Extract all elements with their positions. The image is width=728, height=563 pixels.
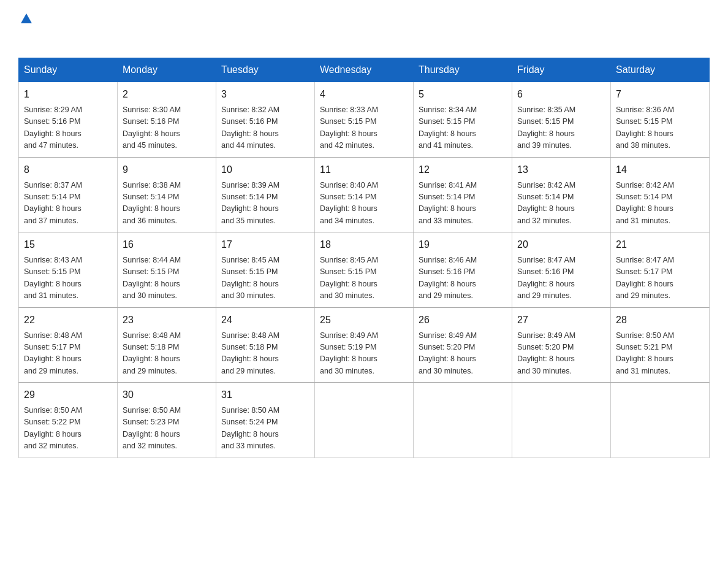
header-tuesday: Tuesday (216, 58, 315, 82)
day-number: 21 (616, 237, 704, 252)
day-number: 20 (517, 237, 605, 252)
day-number: 14 (616, 163, 704, 177)
header-sunday: Sunday (19, 58, 118, 82)
day-info: Sunrise: 8:36 AM Sunset: 5:15 PM Dayligh… (616, 104, 704, 152)
day-number: 4 (320, 87, 408, 102)
calendar-cell: 7 Sunrise: 8:36 AM Sunset: 5:15 PM Dayli… (611, 82, 710, 158)
calendar-cell: 21 Sunrise: 8:47 AM Sunset: 5:17 PM Dayl… (611, 232, 710, 308)
day-number: 29 (24, 388, 112, 402)
day-info: Sunrise: 8:42 AM Sunset: 5:14 PM Dayligh… (517, 180, 605, 228)
calendar-cell: 27 Sunrise: 8:49 AM Sunset: 5:20 PM Dayl… (512, 307, 611, 383)
day-info: Sunrise: 8:29 AM Sunset: 5:16 PM Dayligh… (24, 104, 112, 152)
logo (18, 12, 33, 45)
header-wednesday: Wednesday (315, 58, 414, 82)
calendar-cell: 25 Sunrise: 8:49 AM Sunset: 5:19 PM Dayl… (315, 307, 414, 383)
day-info: Sunrise: 8:47 AM Sunset: 5:16 PM Dayligh… (517, 255, 605, 302)
day-number: 27 (517, 313, 605, 327)
calendar-cell: 9 Sunrise: 8:38 AM Sunset: 5:14 PM Dayli… (118, 157, 216, 232)
day-number: 19 (419, 237, 507, 252)
calendar-header-row: SundayMondayTuesdayWednesdayThursdayFrid… (19, 58, 710, 82)
calendar-cell: 29 Sunrise: 8:50 AM Sunset: 5:22 PM Dayl… (19, 383, 118, 458)
day-info: Sunrise: 8:41 AM Sunset: 5:14 PM Dayligh… (419, 180, 507, 228)
calendar-cell: 11 Sunrise: 8:40 AM Sunset: 5:14 PM Dayl… (315, 157, 414, 232)
day-info: Sunrise: 8:49 AM Sunset: 5:20 PM Dayligh… (419, 330, 507, 378)
day-number: 12 (419, 163, 507, 177)
day-number: 1 (24, 87, 112, 102)
header-thursday: Thursday (414, 58, 512, 82)
svg-marker-0 (21, 13, 32, 23)
day-number: 11 (320, 163, 408, 177)
calendar-cell: 15 Sunrise: 8:43 AM Sunset: 5:15 PM Dayl… (19, 232, 118, 308)
day-info: Sunrise: 8:30 AM Sunset: 5:16 PM Dayligh… (123, 104, 211, 152)
calendar-cell: 8 Sunrise: 8:37 AM Sunset: 5:14 PM Dayli… (19, 157, 118, 232)
calendar-cell: 5 Sunrise: 8:34 AM Sunset: 5:15 PM Dayli… (414, 82, 512, 158)
day-number: 3 (221, 87, 309, 102)
day-info: Sunrise: 8:47 AM Sunset: 5:17 PM Dayligh… (616, 255, 704, 302)
calendar-cell: 31 Sunrise: 8:50 AM Sunset: 5:24 PM Dayl… (216, 383, 315, 458)
header-friday: Friday (512, 58, 611, 82)
day-info: Sunrise: 8:38 AM Sunset: 5:14 PM Dayligh… (123, 180, 211, 228)
calendar-cell (611, 383, 710, 458)
day-info: Sunrise: 8:39 AM Sunset: 5:14 PM Dayligh… (221, 180, 309, 228)
calendar-cell: 17 Sunrise: 8:45 AM Sunset: 5:15 PM Dayl… (216, 232, 315, 308)
calendar-week-4: 22 Sunrise: 8:48 AM Sunset: 5:17 PM Dayl… (19, 307, 710, 383)
day-info: Sunrise: 8:50 AM Sunset: 5:23 PM Dayligh… (123, 405, 211, 453)
calendar-cell: 3 Sunrise: 8:32 AM Sunset: 5:16 PM Dayli… (216, 82, 315, 158)
day-number: 17 (221, 237, 309, 252)
calendar-cell: 2 Sunrise: 8:30 AM Sunset: 5:16 PM Dayli… (118, 82, 216, 158)
calendar-cell: 14 Sunrise: 8:42 AM Sunset: 5:14 PM Dayl… (611, 157, 710, 232)
day-number: 13 (517, 163, 605, 177)
day-number: 22 (24, 313, 112, 327)
calendar-cell: 12 Sunrise: 8:41 AM Sunset: 5:14 PM Dayl… (414, 157, 512, 232)
day-number: 15 (24, 237, 112, 252)
calendar-cell: 10 Sunrise: 8:39 AM Sunset: 5:14 PM Dayl… (216, 157, 315, 232)
day-info: Sunrise: 8:49 AM Sunset: 5:19 PM Dayligh… (320, 330, 408, 378)
calendar-week-5: 29 Sunrise: 8:50 AM Sunset: 5:22 PM Dayl… (19, 383, 710, 458)
page-header (18, 12, 710, 45)
day-number: 5 (419, 87, 507, 102)
calendar-week-1: 1 Sunrise: 8:29 AM Sunset: 5:16 PM Dayli… (19, 82, 710, 158)
day-number: 23 (123, 313, 211, 327)
calendar-cell: 28 Sunrise: 8:50 AM Sunset: 5:21 PM Dayl… (611, 307, 710, 383)
calendar-cell: 20 Sunrise: 8:47 AM Sunset: 5:16 PM Dayl… (512, 232, 611, 308)
day-info: Sunrise: 8:49 AM Sunset: 5:20 PM Dayligh… (517, 330, 605, 378)
logo-triangle-icon (20, 12, 33, 26)
day-number: 28 (616, 313, 704, 327)
calendar-cell: 26 Sunrise: 8:49 AM Sunset: 5:20 PM Dayl… (414, 307, 512, 383)
calendar-cell: 6 Sunrise: 8:35 AM Sunset: 5:15 PM Dayli… (512, 82, 611, 158)
day-info: Sunrise: 8:45 AM Sunset: 5:15 PM Dayligh… (221, 255, 309, 302)
header-saturday: Saturday (611, 58, 710, 82)
day-number: 16 (123, 237, 211, 252)
calendar-table: SundayMondayTuesdayWednesdayThursdayFrid… (18, 58, 710, 458)
calendar-cell (512, 383, 611, 458)
day-info: Sunrise: 8:45 AM Sunset: 5:15 PM Dayligh… (320, 255, 408, 302)
day-info: Sunrise: 8:50 AM Sunset: 5:21 PM Dayligh… (616, 330, 704, 378)
day-number: 18 (320, 237, 408, 252)
day-number: 9 (123, 163, 211, 177)
day-number: 10 (221, 163, 309, 177)
calendar-cell: 23 Sunrise: 8:48 AM Sunset: 5:18 PM Dayl… (118, 307, 216, 383)
day-info: Sunrise: 8:37 AM Sunset: 5:14 PM Dayligh… (24, 180, 112, 228)
day-info: Sunrise: 8:50 AM Sunset: 5:22 PM Dayligh… (24, 405, 112, 453)
day-info: Sunrise: 8:35 AM Sunset: 5:15 PM Dayligh… (517, 104, 605, 152)
day-number: 2 (123, 87, 211, 102)
header-monday: Monday (118, 58, 216, 82)
calendar-cell: 4 Sunrise: 8:33 AM Sunset: 5:15 PM Dayli… (315, 82, 414, 158)
day-info: Sunrise: 8:46 AM Sunset: 5:16 PM Dayligh… (419, 255, 507, 302)
day-info: Sunrise: 8:48 AM Sunset: 5:18 PM Dayligh… (221, 330, 309, 378)
day-info: Sunrise: 8:40 AM Sunset: 5:14 PM Dayligh… (320, 180, 408, 228)
day-number: 6 (517, 87, 605, 102)
day-info: Sunrise: 8:50 AM Sunset: 5:24 PM Dayligh… (221, 405, 309, 453)
calendar-cell: 18 Sunrise: 8:45 AM Sunset: 5:15 PM Dayl… (315, 232, 414, 308)
calendar-cell: 19 Sunrise: 8:46 AM Sunset: 5:16 PM Dayl… (414, 232, 512, 308)
calendar-cell: 22 Sunrise: 8:48 AM Sunset: 5:17 PM Dayl… (19, 307, 118, 383)
day-info: Sunrise: 8:48 AM Sunset: 5:18 PM Dayligh… (123, 330, 211, 378)
day-number: 26 (419, 313, 507, 327)
calendar-week-2: 8 Sunrise: 8:37 AM Sunset: 5:14 PM Dayli… (19, 157, 710, 232)
day-number: 24 (221, 313, 309, 327)
day-number: 7 (616, 87, 704, 102)
calendar-cell: 24 Sunrise: 8:48 AM Sunset: 5:18 PM Dayl… (216, 307, 315, 383)
day-info: Sunrise: 8:43 AM Sunset: 5:15 PM Dayligh… (24, 255, 112, 302)
calendar-cell (315, 383, 414, 458)
day-info: Sunrise: 8:42 AM Sunset: 5:14 PM Dayligh… (616, 180, 704, 228)
